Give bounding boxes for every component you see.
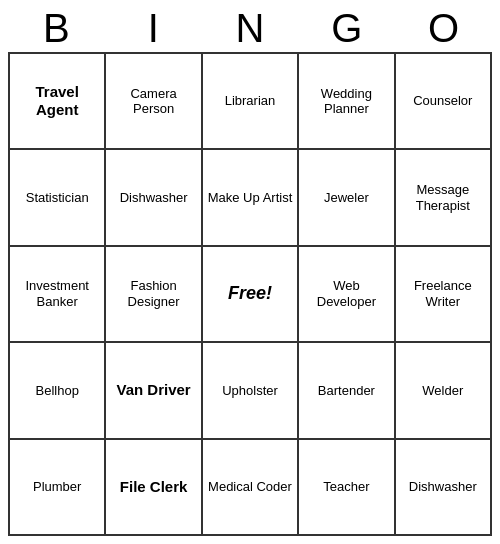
bingo-cell-22: Medical Coder: [203, 440, 299, 536]
bingo-cell-13: Web Developer: [299, 247, 395, 343]
bingo-cell-7: Make Up Artist: [203, 150, 299, 246]
bingo-cell-8: Jeweler: [299, 150, 395, 246]
bingo-cell-10: Investment Banker: [10, 247, 106, 343]
bingo-cell-19: Welder: [396, 343, 492, 439]
bingo-cell-23: Teacher: [299, 440, 395, 536]
header-n: N: [202, 8, 299, 48]
bingo-cell-0: Travel Agent: [10, 54, 106, 150]
bingo-cell-12: Free!: [203, 247, 299, 343]
bingo-cell-6: Dishwasher: [106, 150, 202, 246]
header-o: O: [395, 8, 492, 48]
bingo-header: B I N G O: [8, 8, 492, 48]
bingo-cell-21: File Clerk: [106, 440, 202, 536]
bingo-cell-18: Bartender: [299, 343, 395, 439]
bingo-cell-24: Dishwasher: [396, 440, 492, 536]
header-g: G: [298, 8, 395, 48]
bingo-cell-17: Upholster: [203, 343, 299, 439]
bingo-cell-4: Counselor: [396, 54, 492, 150]
bingo-cell-15: Bellhop: [10, 343, 106, 439]
bingo-cell-14: Freelance Writer: [396, 247, 492, 343]
bingo-cell-20: Plumber: [10, 440, 106, 536]
header-i: I: [105, 8, 202, 48]
header-b: B: [8, 8, 105, 48]
bingo-cell-11: Fashion Designer: [106, 247, 202, 343]
bingo-cell-9: Message Therapist: [396, 150, 492, 246]
bingo-cell-16: Van Driver: [106, 343, 202, 439]
bingo-cell-2: Librarian: [203, 54, 299, 150]
bingo-cell-1: Camera Person: [106, 54, 202, 150]
bingo-grid: Travel AgentCamera PersonLibrarianWeddin…: [8, 52, 492, 536]
bingo-cell-3: Wedding Planner: [299, 54, 395, 150]
bingo-cell-5: Statistician: [10, 150, 106, 246]
